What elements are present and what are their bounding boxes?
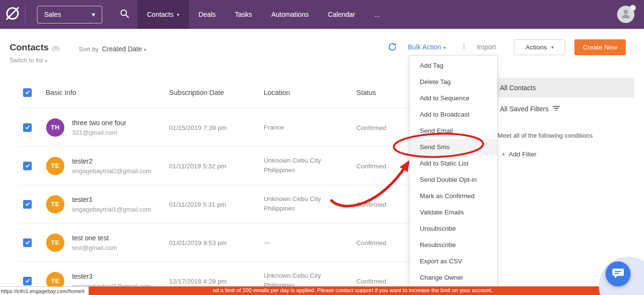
saved-filter-all-contacts[interactable]: All Contacts bbox=[497, 78, 634, 97]
actions-button[interactable]: Actions▾ bbox=[514, 39, 565, 55]
contact-info: test one test test@gmail.com bbox=[72, 234, 117, 251]
nav-item-automations[interactable]: Automations bbox=[262, 0, 318, 29]
menu-item-delete-tag[interactable]: Delete Tag bbox=[410, 74, 497, 90]
menu-item-mark-as-confirmed[interactable]: Mark as Confirmed bbox=[410, 188, 497, 204]
contact-email: engagebaytrial1@gmail.com bbox=[72, 206, 151, 213]
status-url: https://info1.engagebay.com/home# bbox=[1, 288, 85, 294]
nav-item-label: Calendar bbox=[328, 11, 355, 18]
more-dots-icon: ... bbox=[375, 11, 380, 18]
contact-email: 321@gmail.com bbox=[72, 129, 126, 136]
menu-item-change-owner[interactable]: Change Owner bbox=[410, 270, 497, 286]
import-button[interactable]: Import bbox=[477, 43, 496, 51]
contacts-count: (6) bbox=[52, 45, 60, 52]
nav-item-more[interactable]: ... bbox=[365, 0, 390, 29]
contact-location: — bbox=[264, 237, 337, 248]
chevron-down-icon: ▾ bbox=[177, 12, 179, 17]
contact-info: tester1 engagebaytrial1@gmail.com bbox=[72, 196, 151, 213]
chevron-down-icon: ▾ bbox=[144, 47, 146, 52]
all-saved-filters[interactable]: All Saved Filters bbox=[500, 105, 560, 113]
menu-item-add-to-sequence[interactable]: Add to Sequence bbox=[410, 90, 497, 106]
subscription-date: 12/17/2018 4:28 pm bbox=[169, 277, 227, 284]
chevron-down-icon: ▾ bbox=[551, 45, 554, 50]
refresh-icon bbox=[387, 46, 398, 54]
nav-item-tasks[interactable]: Tasks bbox=[225, 0, 262, 29]
menu-item-send-double-opt-in[interactable]: Send Double Opt-in bbox=[410, 172, 497, 188]
switch-to-list[interactable]: Switch to list▾ bbox=[10, 57, 47, 64]
contact-info: tester2 engagebaytrial2@gmail.com bbox=[72, 157, 151, 175]
chat-widget-button[interactable] bbox=[606, 261, 631, 286]
sort-by-label: Sort by bbox=[79, 46, 98, 53]
menu-item-add-to-broadcast[interactable]: Add to Broadcast bbox=[410, 106, 497, 123]
contact-avatar: TE bbox=[46, 157, 64, 175]
plus-icon: + bbox=[501, 150, 505, 158]
contact-location: Unknown Cebu City Philippines bbox=[264, 194, 337, 214]
engagebay-logo-icon bbox=[4, 5, 21, 24]
menu-item-unsubscribe[interactable]: Unsubscribe bbox=[410, 221, 497, 237]
contact-email: engagebaytrial2@gmail.com bbox=[72, 167, 151, 175]
column-header-status[interactable]: Status bbox=[356, 89, 376, 96]
browser-status-bar: https://info1.engagebay.com/home# bbox=[0, 286, 89, 295]
contact-name: tester1 bbox=[72, 196, 151, 203]
column-header-subscription-date[interactable]: Subscription Date bbox=[169, 89, 224, 96]
nav-item-label: Tasks bbox=[235, 11, 252, 18]
chevron-down-icon: ▾ bbox=[45, 59, 47, 63]
bulk-action-button[interactable]: Bulk Action▾ bbox=[408, 43, 446, 51]
chevron-down-icon: ▾ bbox=[443, 45, 446, 50]
row-checkbox[interactable] bbox=[23, 238, 32, 247]
refresh-button[interactable] bbox=[387, 42, 398, 52]
top-navbar: Sales ▾ Contacts ▾ Deals Tasks Automatio… bbox=[0, 0, 644, 29]
menu-item-add-to-static-list[interactable]: Add to Static List bbox=[410, 155, 497, 172]
sales-dropdown[interactable]: Sales ▾ bbox=[37, 6, 102, 24]
sort-by-value[interactable]: Created Date bbox=[102, 45, 142, 53]
nav-item-contacts[interactable]: Contacts ▾ bbox=[137, 0, 189, 29]
row-checkbox[interactable] bbox=[23, 162, 32, 170]
menu-item-send-sms[interactable]: Send Sms bbox=[410, 139, 497, 155]
add-filter-button[interactable]: + Add Filter bbox=[501, 150, 536, 158]
subscription-date: 01/11/2019 5:31 pm bbox=[169, 201, 226, 208]
navbar-divider bbox=[25, 6, 25, 23]
status-badge: Confirmed bbox=[356, 239, 386, 246]
contact-name: tester2 bbox=[72, 157, 151, 165]
limit-warning-text: nd a limit of 100 emails per day is appl… bbox=[213, 287, 493, 293]
contact-name: tester3 bbox=[72, 272, 151, 280]
row-checkbox[interactable] bbox=[23, 123, 32, 132]
contact-info: three two one four 321@gmail.com bbox=[72, 119, 126, 136]
menu-item-validate-emails[interactable]: Validate Emails bbox=[410, 204, 497, 221]
limit-warning-banner: nd a limit of 100 emails per day is appl… bbox=[0, 286, 644, 295]
contact-avatar: TH bbox=[46, 118, 64, 137]
chevron-down-icon: ▾ bbox=[92, 11, 95, 18]
create-new-button[interactable]: Create New bbox=[574, 39, 626, 55]
menu-item-export-as-csv[interactable]: Export as CSV bbox=[410, 253, 497, 270]
status-badge: Confirmed bbox=[356, 124, 386, 131]
sales-dropdown-label: Sales bbox=[44, 11, 61, 18]
nav-item-calendar[interactable]: Calendar bbox=[318, 0, 365, 29]
main-nav: Contacts ▾ Deals Tasks Automations Calen… bbox=[137, 0, 389, 29]
chat-bubble-icon bbox=[612, 268, 624, 281]
contact-email: test@gmail.com bbox=[72, 244, 117, 251]
user-avatar[interactable] bbox=[617, 6, 634, 23]
nav-item-label: Automations bbox=[271, 11, 309, 18]
page-title: Contacts(6) bbox=[10, 42, 60, 53]
row-checkbox[interactable] bbox=[23, 200, 32, 209]
column-header-location[interactable]: Location bbox=[264, 89, 290, 96]
menu-item-resubscribe[interactable]: Resubscribe bbox=[410, 237, 497, 253]
page-title-text: Contacts bbox=[10, 42, 49, 52]
contact-name: test one test bbox=[72, 234, 117, 242]
status-badge: Confirmed bbox=[356, 162, 386, 169]
subscription-date: 01/01/2019 9:53 pm bbox=[169, 239, 227, 246]
status-badge: Confirmed bbox=[356, 277, 386, 284]
column-header-basic-info[interactable]: Basic Info bbox=[46, 89, 76, 96]
avatar-badge bbox=[630, 5, 636, 11]
menu-item-add-tag[interactable]: Add Tag bbox=[410, 58, 497, 74]
search-button[interactable] bbox=[120, 9, 130, 21]
subscription-date: 01/11/2019 5:32 pm bbox=[169, 162, 226, 169]
contact-location: France bbox=[264, 122, 337, 132]
sort-by: Sort byCreated Date▾ bbox=[79, 45, 146, 53]
nav-item-label: Deals bbox=[198, 11, 216, 18]
contact-name: three two one four bbox=[72, 119, 126, 127]
nav-item-deals[interactable]: Deals bbox=[189, 0, 225, 29]
app-logo[interactable] bbox=[0, 5, 25, 24]
select-all-checkbox[interactable] bbox=[23, 88, 32, 97]
menu-item-send-email[interactable]: Send Email bbox=[410, 123, 497, 139]
row-checkbox[interactable] bbox=[23, 277, 32, 285]
